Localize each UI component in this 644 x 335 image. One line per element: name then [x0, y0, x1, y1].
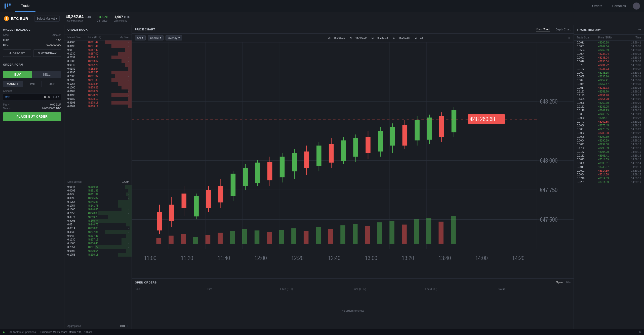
bid-price: 48237.41: [88, 234, 108, 237]
agg-plus-icon[interactable]: +: [127, 325, 129, 327]
select-market-button[interactable]: Select Market ▾: [34, 16, 60, 22]
max-link[interactable]: Max: [3, 96, 11, 99]
bid-row[interactable]: 0.0095 48245.87 -: [64, 196, 132, 200]
svg-rect-2: [9, 4, 11, 6]
bid-size: 0.7951: [67, 246, 88, 249]
nav-tab-trade[interactable]: Trade: [15, 0, 35, 12]
trade-size: 0.1193: [577, 94, 598, 97]
my-size-col: My Size: [108, 36, 129, 39]
ask-row[interactable]: 0.05 48287.40 -: [64, 48, 132, 52]
trade-size: 0.379: [577, 64, 598, 67]
bid-row[interactable]: 0.05 48240.73 -: [64, 223, 132, 226]
settings-gear-icon[interactable]: ⚙: [639, 331, 641, 333]
nav-orders[interactable]: Orders: [589, 3, 605, 9]
nav-tabs: Trade: [15, 0, 589, 12]
ask-row[interactable]: 0.1000 48278.23 -: [64, 86, 132, 89]
svg-rect-48: [366, 137, 371, 153]
ask-row[interactable]: 0.3193 48282.53 -: [64, 71, 132, 74]
overlay-select[interactable]: Overlay ▾: [166, 35, 182, 40]
buy-tab[interactable]: BUY: [3, 71, 32, 78]
bid-my-size: -: [108, 227, 129, 230]
ask-row[interactable]: 0.2000 48281.32 -: [64, 74, 132, 78]
deposit-button[interactable]: ⊕ DEPOSIT: [3, 50, 31, 57]
timeframe-select[interactable]: 5m ▾: [135, 35, 146, 40]
bid-row[interactable]: 0.4836 48237.81 -: [64, 230, 132, 234]
bid-row[interactable]: 0.1000 48240.86 -: [64, 208, 132, 211]
chart-area: €48 250 €48 000 €47 750 €47 500: [132, 42, 574, 278]
fills-tab[interactable]: Fills: [566, 281, 571, 284]
trade-price: 48269.95 ↑: [598, 113, 620, 116]
ask-row[interactable]: 0.3193 48278.18 -: [64, 101, 132, 105]
logo[interactable]: [0, 3, 15, 10]
bid-row[interactable]: 0.1754 48245.86 -: [64, 200, 132, 204]
total-row: Total ≈ 0.00000000 BTC: [3, 107, 61, 110]
bid-row[interactable]: 0.1000 48234.43 -: [64, 242, 132, 245]
ask-row[interactable]: 0.4686 48291.42 -: [64, 40, 132, 44]
withdraw-button[interactable]: ⊖ WITHDRAW: [33, 50, 61, 57]
bid-row[interactable]: 0.7951 48231.72 -: [64, 245, 132, 249]
depth-chart-tab[interactable]: Depth Chart: [556, 27, 571, 31]
ticker-change-item: +3.52% 24h price: [97, 15, 108, 22]
ask-price: 48281.30: [88, 79, 108, 81]
svg-rect-18: [182, 194, 187, 208]
bid-row[interactable]: 0.7659 48240.85 -: [64, 211, 132, 215]
trade-price: 48298.59 ↑: [598, 147, 620, 150]
sell-tab[interactable]: SELL: [32, 71, 61, 78]
trade-history-filter-icon[interactable]: ⋯: [638, 28, 641, 31]
stop-tab[interactable]: STOP: [42, 81, 61, 87]
candle-select[interactable]: Candle ▾: [148, 35, 164, 40]
trade-history-row: 0.005 48269.95 ↑ 14:39:23: [574, 112, 644, 116]
user-avatar[interactable]: [633, 3, 640, 10]
ask-row[interactable]: 0.0189 48278.17 -: [64, 105, 132, 108]
bid-row[interactable]: 0.3977 48240.75 -: [64, 215, 132, 219]
ask-row[interactable]: 0.0546 48282.73 -: [64, 63, 132, 67]
bid-row[interactable]: 0.1754 48241.78 -: [64, 204, 132, 208]
ask-row[interactable]: 0.1230 48287.00 -: [64, 52, 132, 56]
bid-row[interactable]: 0.9006 48240.74 -: [64, 219, 132, 223]
ask-price: 48278.22: [88, 90, 108, 93]
ask-row[interactable]: 0.0189 48278.19 -: [64, 97, 132, 101]
o-value: 48,306.01: [334, 36, 345, 39]
price-col: Price (EUR): [598, 36, 620, 39]
bid-my-size: -: [108, 185, 129, 188]
price-chart-tab[interactable]: Price Chart: [536, 27, 550, 31]
bid-row[interactable]: 0.048 48237.41 -: [64, 234, 132, 238]
trade-price: 48269.60 ↑: [598, 102, 620, 104]
svg-rect-68: [181, 234, 186, 244]
fee-label: Fee ≈: [3, 103, 10, 106]
amount-input[interactable]: [11, 93, 51, 101]
chart-expand-icon[interactable]: ▷: [569, 36, 571, 39]
ask-row[interactable]: 0.1754 48278.24 -: [64, 82, 132, 86]
place-buy-order-button[interactable]: PLACE BUY ORDER: [3, 112, 61, 121]
svg-text:14:00: 14:00: [475, 255, 488, 261]
ask-row[interactable]: 0.2100 48281.30 -: [64, 78, 132, 82]
bid-row[interactable]: 0.0644 48260.68 -: [64, 185, 132, 189]
bid-row[interactable]: 0.0095 48251.33 -: [64, 189, 132, 193]
open-orders-columns: Side Size Filled (BTC) Price (EUR) Fee (…: [132, 286, 574, 292]
v-label: V:: [415, 36, 417, 39]
bid-row[interactable]: 0.1230 48237.15 -: [64, 238, 132, 242]
bid-row[interactable]: 0.0014 48238.03 -: [64, 226, 132, 230]
bid-row[interactable]: 0.1755 48230.18 -: [64, 253, 132, 257]
ask-size: 0.2000: [67, 75, 88, 78]
nav-portfolios[interactable]: Portfolios: [609, 3, 629, 9]
ask-row[interactable]: 0.1000 48283.62 -: [64, 59, 132, 63]
svg-text:13:40: 13:40: [438, 255, 451, 261]
ask-row[interactable]: 0.2632 48286.11 -: [64, 56, 132, 59]
trade-history-row: 0.0005 48290.39 ↑ 14:39:22: [574, 135, 644, 139]
ask-price: 48278.23: [88, 86, 108, 89]
agg-minus-icon[interactable]: −: [117, 325, 118, 327]
ask-row[interactable]: 0.3193 48278.21 -: [64, 93, 132, 97]
ask-row[interactable]: 0.3193 48291.41 -: [64, 44, 132, 48]
ask-row[interactable]: 0.0189 48278.22 -: [64, 89, 132, 93]
bid-row[interactable]: 0.049 48251.32 -: [64, 193, 132, 196]
svg-rect-1: [7, 4, 8, 7]
trade-size: 0.0011: [577, 166, 598, 168]
market-tab[interactable]: MARKET: [3, 81, 22, 87]
bid-row[interactable]: 0.0505 48230.54 -: [64, 249, 132, 253]
ask-price: 48282.53: [88, 71, 108, 74]
limit-tab[interactable]: LIMIT: [22, 81, 42, 87]
open-tab[interactable]: Open: [556, 281, 563, 284]
ask-row[interactable]: 0.0189 48282.54 -: [64, 67, 132, 71]
ask-size: 0.1000: [67, 86, 88, 89]
